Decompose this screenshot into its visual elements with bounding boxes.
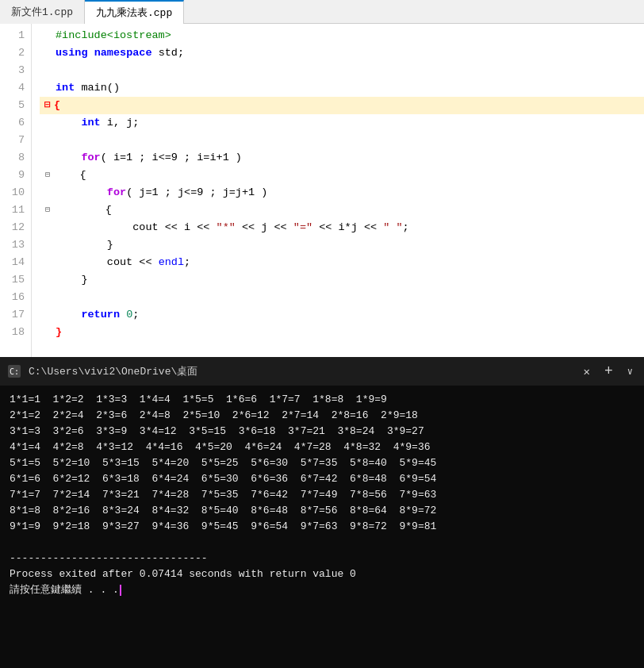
terminal-blank-line <box>10 535 634 551</box>
terminal-separator: -------------------------------- <box>10 551 634 566</box>
terminal-tab-label: C:\Users\vivi2\OneDrive\桌面 <box>29 364 576 378</box>
terminal-tab-bar: C: C:\Users\vivi2\OneDrive\桌面 ✕ + ∨ <box>0 357 644 386</box>
fold-17 <box>41 309 56 321</box>
code-line-16 <box>40 289 644 306</box>
fold-11[interactable]: ⊟ <box>41 204 54 217</box>
fold-2 <box>41 47 56 60</box>
code-line-2: using namespace std; <box>40 44 644 62</box>
code-lines: #include<iostream> using namespace std; … <box>32 24 644 357</box>
code-line-8: for( i=1 ; i<=9 ; i=i+1 ) <box>40 149 644 167</box>
code-line-15: } <box>40 271 644 289</box>
fold-10 <box>41 186 56 199</box>
fold-7 <box>41 134 56 147</box>
terminal-cursor <box>120 585 121 596</box>
terminal-process-line: Process exited after 0.07414 seconds wit… <box>10 566 634 582</box>
terminal-area: C: C:\Users\vivi2\OneDrive\桌面 ✕ + ∨ 1*1=… <box>0 357 644 668</box>
code-line-11: ⊟ { <box>40 202 644 219</box>
terminal-add-button[interactable]: + <box>598 362 619 381</box>
fold-6 <box>41 117 56 129</box>
terminal-icon: C: <box>6 363 22 379</box>
terminal-output-row-6: 6*1=6 6*2=12 6*3=18 6*4=24 6*5=30 6*6=36… <box>10 471 634 487</box>
terminal-press-continue: 請按任意鍵繼續 . . . <box>10 582 634 598</box>
fold-12 <box>41 221 56 234</box>
fold-15 <box>41 274 56 286</box>
svg-text:C:: C: <box>10 367 19 376</box>
code-line-1: #include<iostream> <box>40 27 644 44</box>
fold-16 <box>41 291 56 304</box>
code-line-3 <box>40 62 644 79</box>
terminal-chevron-icon[interactable]: ∨ <box>623 364 638 379</box>
terminal-output-row-5: 5*1=5 5*2=10 5*3=15 5*4=20 5*5=25 5*6=30… <box>10 455 634 471</box>
fold-3 <box>41 64 56 77</box>
code-line-6: int i, j; <box>40 114 644 132</box>
code-line-14: cout << endl; <box>40 254 644 271</box>
fold-14 <box>41 256 56 269</box>
code-line-12: cout << i << "*" << j << "=" << i*j << "… <box>40 219 644 236</box>
fold-18 <box>41 326 56 339</box>
terminal-output-row-1: 1*1=1 1*2=2 1*3=3 1*4=4 1*5=5 1*6=6 1*7=… <box>10 392 634 408</box>
fold-4 <box>41 82 56 94</box>
fold-8 <box>41 152 56 164</box>
code-line-13: } <box>40 236 644 254</box>
tab-multiplication[interactable]: 九九乘法表.cpp <box>85 0 184 24</box>
tab-new-file[interactable]: 新文件1.cpp <box>0 0 85 24</box>
fold-1 <box>41 29 56 42</box>
code-container: 1 2 3 4 5 6 7 8 9 10 11 12 13 14 15 16 1… <box>0 24 644 357</box>
tab-bar: 新文件1.cpp 九九乘法表.cpp <box>0 0 644 24</box>
code-line-10: for( j=1 ; j<=9 ; j=j+1 ) <box>40 184 644 202</box>
editor-area: 新文件1.cpp 九九乘法表.cpp 1 2 3 4 5 6 7 8 9 10 … <box>0 0 644 357</box>
fold-9[interactable]: ⊟ <box>41 169 54 182</box>
terminal-close-button[interactable]: ✕ <box>579 363 595 380</box>
tab-new-file-label: 新文件1.cpp <box>11 5 73 19</box>
terminal-output-row-2: 2*1=2 2*2=4 2*3=6 2*4=8 2*5=10 2*6=12 2*… <box>10 408 634 424</box>
code-line-17: return 0; <box>40 306 644 324</box>
line-numbers: 1 2 3 4 5 6 7 8 9 10 11 12 13 14 15 16 1… <box>0 24 32 357</box>
terminal-output-row-3: 3*1=3 3*2=6 3*3=9 3*4=12 3*5=15 3*6=18 3… <box>10 424 634 440</box>
code-line-5: ⊟ { <box>40 97 644 114</box>
code-line-9: ⊟ { <box>40 167 644 184</box>
fold-13 <box>41 239 56 251</box>
terminal-body[interactable]: 1*1=1 1*2=2 1*3=3 1*4=4 1*5=5 1*6=6 1*7=… <box>0 386 644 668</box>
code-line-18: } <box>40 324 644 341</box>
code-line-7 <box>40 132 644 149</box>
tab-multiplication-label: 九九乘法表.cpp <box>96 6 172 20</box>
fold-5[interactable]: ⊟ <box>41 99 54 112</box>
terminal-output-row-9: 9*1=9 9*2=18 9*3=27 9*4=36 9*5=45 9*6=54… <box>10 519 634 535</box>
terminal-output-row-4: 4*1=4 4*2=8 4*3=12 4*4=16 4*5=20 4*6=24 … <box>10 440 634 455</box>
code-line-4: int main() <box>40 79 644 97</box>
terminal-output-row-7: 7*1=7 7*2=14 7*3=21 7*4=28 7*5=35 7*6=42… <box>10 487 634 503</box>
terminal-output-row-8: 8*1=8 8*2=16 8*3=24 8*4=32 8*5=40 8*6=48… <box>10 503 634 519</box>
